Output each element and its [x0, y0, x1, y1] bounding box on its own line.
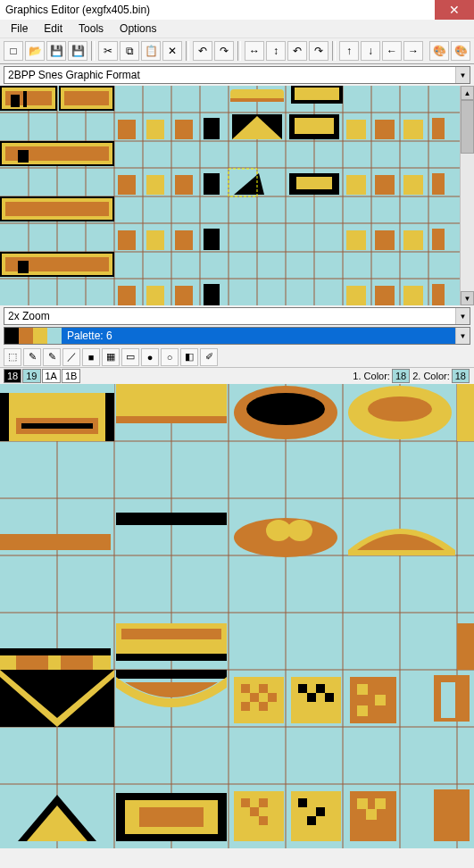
- svg-rect-59: [146, 175, 164, 195]
- arrow-up-button[interactable]: ↑: [339, 41, 359, 61]
- menu-tools[interactable]: Tools: [71, 21, 111, 37]
- menu-edit[interactable]: Edit: [37, 21, 70, 37]
- svg-rect-142: [325, 693, 334, 702]
- svg-rect-54: [346, 120, 366, 139]
- close-button[interactable]: ✕: [435, 0, 474, 20]
- open-icon: 📂: [29, 45, 42, 57]
- arrow-right-button[interactable]: →: [403, 41, 423, 61]
- svg-rect-53: [295, 118, 334, 134]
- svg-rect-137: [259, 702, 268, 711]
- select-tool[interactable]: ⬚: [4, 348, 21, 366]
- flip-h-button[interactable]: ↔: [245, 41, 264, 61]
- paste-button[interactable]: 📋: [141, 41, 161, 61]
- arrow-left-button[interactable]: ←: [382, 41, 402, 61]
- palette-b-button[interactable]: 🎨: [451, 41, 470, 61]
- svg-rect-30: [64, 91, 109, 105]
- pencil-icon: ✎: [48, 351, 56, 363]
- primary-color-value: 18: [392, 369, 410, 383]
- svg-rect-84: [432, 284, 445, 305]
- close-icon: ✕: [449, 3, 460, 17]
- rect-fill-icon: ■: [88, 352, 95, 363]
- separator: [186, 41, 189, 61]
- palette-selector[interactable]: Palette: 6 ▼: [4, 327, 470, 345]
- circle-fill-tool[interactable]: ●: [141, 348, 159, 366]
- palette-swatch-2[interactable]: [33, 328, 47, 344]
- palette-swatch-0[interactable]: [4, 328, 19, 344]
- svg-rect-61: [204, 173, 220, 195]
- svg-rect-109: [116, 416, 227, 423]
- window-titlebar: Graphics Editor (exgfx405.bin) ✕: [0, 0, 474, 20]
- svg-rect-27: [23, 91, 27, 107]
- svg-rect-41: [18, 261, 29, 273]
- svg-rect-70: [146, 230, 164, 250]
- tile-overview-canvas[interactable]: [0, 86, 460, 305]
- zoom-dropdown[interactable]: 2x Zoom ▼: [4, 307, 470, 325]
- tile-editor-area[interactable]: [0, 384, 474, 848]
- tile-editor-canvas[interactable]: [0, 384, 474, 848]
- picker-tool[interactable]: ✐: [200, 348, 218, 366]
- svg-rect-86: [0, 384, 474, 848]
- arrow-down-button[interactable]: ↓: [361, 41, 380, 61]
- menu-file[interactable]: File: [4, 21, 35, 37]
- svg-point-119: [287, 520, 312, 541]
- delete-icon: ✕: [168, 45, 177, 57]
- main-toolbar: □ 📂 💾 💾 ✂ ⧉ 📋 ✕ ↶ ↷ ↔ ↕ ↶ ↷ ↑ ↓ ← → 🎨 🎨: [0, 38, 474, 64]
- pencil-tool-alt[interactable]: ✎: [43, 348, 61, 366]
- svg-point-118: [266, 520, 291, 541]
- svg-rect-140: [316, 684, 325, 693]
- palette-swatch-3[interactable]: [47, 328, 62, 344]
- save-as-button[interactable]: 💾: [68, 41, 87, 61]
- flip-v-button[interactable]: ↕: [266, 41, 286, 61]
- copy-button[interactable]: ⧉: [120, 41, 139, 61]
- rotate-left-button[interactable]: ↶: [287, 41, 307, 61]
- svg-rect-157: [250, 807, 259, 816]
- svg-rect-107: [21, 423, 93, 429]
- tile-overview-area[interactable]: ▲ ▼: [0, 86, 474, 305]
- pencil-tool[interactable]: ✎: [23, 348, 41, 366]
- chevron-down-icon: ▼: [455, 308, 470, 324]
- save-as-icon: 💾: [71, 45, 85, 57]
- delete-button[interactable]: ✕: [162, 41, 182, 61]
- color-index-1a[interactable]: 1A: [42, 369, 61, 383]
- svg-rect-69: [118, 230, 136, 250]
- svg-point-113: [368, 396, 432, 421]
- gradient-tool[interactable]: ▦: [102, 348, 120, 366]
- svg-rect-34: [18, 150, 29, 163]
- svg-rect-71: [175, 230, 193, 250]
- palette-swatch-1[interactable]: [19, 328, 33, 344]
- svg-rect-161: [316, 807, 325, 816]
- color-index-19[interactable]: 19: [22, 369, 40, 383]
- save-button[interactable]: 💾: [46, 41, 66, 61]
- rect-tool[interactable]: ▭: [121, 348, 139, 366]
- svg-rect-158: [259, 816, 268, 825]
- save-icon: 💾: [50, 45, 63, 57]
- new-button[interactable]: □: [4, 41, 23, 61]
- overview-scrollbar[interactable]: ▲ ▼: [460, 86, 474, 305]
- window-title: Graphics Editor (exgfx405.bin): [5, 4, 435, 16]
- undo-button[interactable]: ↶: [193, 41, 212, 61]
- secondary-color-label: 2. Color:: [412, 371, 450, 381]
- rect-fill-tool[interactable]: ■: [82, 348, 100, 366]
- palette-a-button[interactable]: 🎨: [429, 41, 449, 61]
- graphic-format-dropdown[interactable]: 2BPP Snes Graphic Format ▼: [4, 66, 470, 84]
- circle-tool[interactable]: ○: [161, 348, 179, 366]
- color-index-1b[interactable]: 1B: [62, 369, 80, 383]
- svg-rect-115: [116, 513, 227, 525]
- open-button[interactable]: 📂: [25, 41, 45, 61]
- svg-rect-75: [403, 230, 423, 250]
- cut-button[interactable]: ✂: [98, 41, 118, 61]
- line-tool[interactable]: ／: [62, 348, 80, 366]
- svg-rect-124: [0, 648, 111, 655]
- scroll-down-icon[interactable]: ▼: [461, 291, 474, 305]
- eraser-tool[interactable]: ◧: [180, 348, 198, 366]
- scroll-thumb[interactable]: [461, 100, 474, 154]
- svg-rect-103: [0, 384, 114, 393]
- redo-button[interactable]: ↷: [214, 41, 234, 61]
- svg-rect-130: [116, 670, 227, 679]
- rotate-right-button[interactable]: ↷: [309, 41, 328, 61]
- svg-rect-58: [118, 175, 136, 195]
- svg-rect-165: [375, 798, 386, 809]
- color-index-18[interactable]: 18: [4, 369, 21, 383]
- menu-options[interactable]: Options: [112, 21, 163, 37]
- scroll-up-icon[interactable]: ▲: [461, 86, 474, 100]
